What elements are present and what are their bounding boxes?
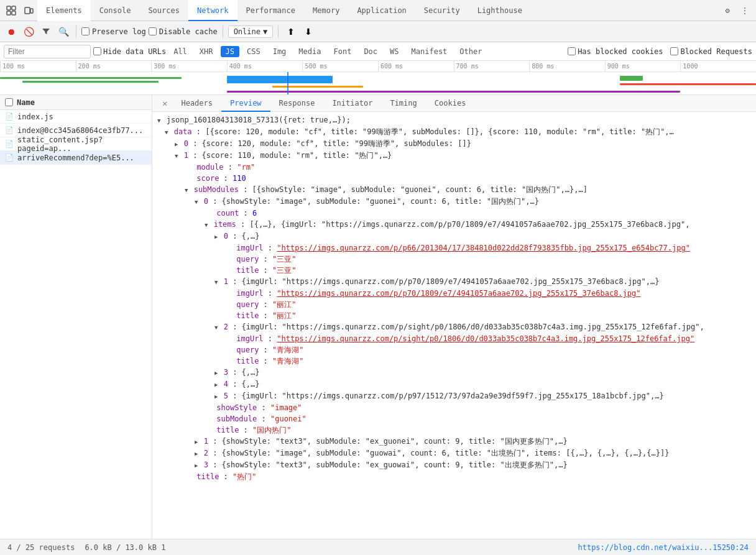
- json-expand-items-0[interactable]: [214, 232, 219, 241]
- json-line-items-2-imgurl: imgUrl : "https://imgs.qunarzz.com/p/sig…: [152, 333, 756, 344]
- filter-tab-font[interactable]: Font: [328, 46, 356, 57]
- tab-performance[interactable]: Performance: [237, 0, 304, 21]
- throttle-label: Online: [234, 27, 260, 36]
- tab-lighthouse[interactable]: Lighthouse: [469, 0, 531, 21]
- json-line-items-0: 0 : {,…}: [152, 231, 756, 242]
- blocked-requests-checkbox[interactable]: [670, 47, 678, 55]
- tab-sources[interactable]: Sources: [139, 0, 188, 21]
- mark-200: 200 ms: [76, 61, 152, 71]
- status-url: https://blog.cdn.net/waixiu...15250:24: [578, 543, 749, 552]
- blocked-requests-label[interactable]: Blocked Requests: [670, 47, 752, 56]
- tab-console[interactable]: Console: [91, 0, 140, 21]
- json-expand-submodules-1[interactable]: [195, 437, 199, 446]
- json-toggle-items[interactable]: [205, 220, 209, 229]
- json-line-items: items : [{,…}, {imgUrl: "https://imgs.qu…: [152, 219, 756, 231]
- filter-tab-all[interactable]: All: [168, 46, 192, 57]
- import-button[interactable]: ⬆: [284, 24, 298, 39]
- json-toggle-root[interactable]: [157, 116, 162, 124]
- json-line-items-3: 3 : {,…}: [152, 367, 756, 378]
- more-icon[interactable]: ⋮: [736, 0, 754, 21]
- filter-icon-button[interactable]: [39, 24, 53, 39]
- preserve-log-checkbox[interactable]: [81, 27, 90, 35]
- mark-800: 800 ms: [529, 61, 605, 71]
- sub-tab-cookies[interactable]: Cookies: [426, 95, 475, 112]
- svg-rect-0: [7, 6, 11, 10]
- disable-cache-label[interactable]: Disable cache: [149, 27, 218, 36]
- file-list: Name 📄 index.js 📄 index@0cc345a68064ce3f…: [0, 95, 152, 539]
- json-line-items-4: 4 : {,…}: [152, 378, 756, 390]
- json-expand-data-0[interactable]: [175, 139, 179, 148]
- json-toggle-data[interactable]: [165, 127, 169, 136]
- sub-tab-timing[interactable]: Timing: [381, 95, 425, 112]
- filter-tab-xhr[interactable]: XHR: [195, 46, 218, 57]
- file-name-1: index@0cc345a68064ce3fb77...: [17, 126, 143, 135]
- filter-tab-ws[interactable]: WS: [385, 46, 403, 57]
- device-icon[interactable]: [20, 0, 37, 21]
- sub-tab-headers[interactable]: Headers: [172, 95, 221, 112]
- tab-security[interactable]: Security: [415, 0, 469, 21]
- filter-tab-manifest[interactable]: Manifest: [407, 46, 453, 57]
- mark-700: 700 ms: [454, 61, 530, 71]
- json-toggle-items-2[interactable]: [214, 323, 219, 331]
- record-button[interactable]: ⏺: [4, 24, 19, 39]
- preserve-log-label[interactable]: Preserve log: [81, 27, 146, 36]
- has-blocked-cookies-checkbox[interactable]: [568, 47, 576, 55]
- settings-icon[interactable]: ⚙: [719, 0, 736, 21]
- sub-tab-initiator[interactable]: Initiator: [323, 95, 381, 112]
- hide-data-urls-checkbox[interactable]: [93, 47, 101, 55]
- json-expand-items-5[interactable]: [214, 392, 219, 400]
- disable-cache-checkbox[interactable]: [149, 27, 157, 35]
- json-line-submodules: subModules : [{showStyle: "image", subMo…: [152, 184, 756, 196]
- filter-tab-css[interactable]: CSS: [242, 46, 265, 57]
- export-button[interactable]: ⬇: [301, 24, 316, 39]
- json-line-showstyle: showStyle : "image": [152, 402, 756, 413]
- sub-tab-response[interactable]: Response: [270, 95, 324, 112]
- wf-bar-green-2: [22, 81, 159, 83]
- disable-cache-text: Disable cache: [159, 27, 218, 36]
- select-all-checkbox[interactable]: [5, 98, 13, 106]
- mark-500: 500 ms: [302, 61, 378, 71]
- filter-tab-doc[interactable]: Doc: [359, 46, 382, 57]
- filter-tab-img[interactable]: Img: [268, 46, 292, 57]
- wf-bar-orange: [272, 86, 363, 88]
- json-expand-items-4[interactable]: [214, 380, 219, 388]
- filter-tab-other[interactable]: Other: [454, 46, 487, 57]
- file-item-2[interactable]: 📄 static_content.jsp?pageid=ap...: [0, 137, 152, 151]
- wf-bar-purple: [227, 91, 681, 93]
- clear-button[interactable]: 🚫: [21, 24, 36, 39]
- hide-data-urls-label[interactable]: Hide data URLs: [93, 47, 166, 56]
- search-button[interactable]: 🔍: [56, 24, 71, 39]
- throttle-chevron: ▼: [263, 27, 267, 36]
- json-toggle-submodules[interactable]: [185, 185, 189, 194]
- blocked-requests-text: Blocked Requests: [680, 47, 752, 56]
- sub-tab-preview[interactable]: Preview: [221, 95, 270, 112]
- json-expand-items-3[interactable]: [214, 368, 219, 377]
- wf-bar-green-1: [0, 77, 182, 79]
- filter-tab-media[interactable]: Media: [293, 46, 326, 57]
- main-panel: Name 📄 index.js 📄 index@0cc345a68064ce3f…: [0, 95, 756, 539]
- json-toggle-submodules-0[interactable]: [195, 197, 199, 206]
- mark-600: 600 ms: [378, 61, 454, 71]
- filter-input[interactable]: [4, 45, 91, 58]
- transfer-size: 6.0 kB / 13.0 kB 1: [85, 543, 165, 552]
- timeline-waterfall: [0, 72, 756, 95]
- preview-panel: ✕ Headers Preview Response Initiator Tim…: [152, 95, 756, 539]
- json-toggle-data-1[interactable]: [175, 151, 179, 160]
- inspect-icon[interactable]: [2, 0, 20, 21]
- json-expand-submodules-2[interactable]: [195, 449, 199, 457]
- tab-elements[interactable]: Elements: [37, 0, 91, 21]
- file-item-0[interactable]: 📄 index.js: [0, 110, 152, 124]
- json-line-items-5: 5 : {imgUrl: "https://imgs.qunarzz.com/p…: [152, 390, 756, 402]
- has-blocked-cookies-label[interactable]: Has blocked cookies: [568, 47, 663, 56]
- tab-memory[interactable]: Memory: [304, 0, 348, 21]
- tab-application[interactable]: Application: [348, 0, 415, 21]
- filter-tab-js[interactable]: JS: [221, 46, 239, 57]
- json-toggle-items-1[interactable]: [214, 277, 219, 286]
- network-toolbar: ⏺ 🚫 🔍 Preserve log Disable cache Online …: [0, 21, 756, 42]
- throttle-select[interactable]: Online ▼: [228, 25, 274, 38]
- sub-tab-close[interactable]: ✕: [157, 95, 172, 112]
- json-line-items-0-title: title : "三亚": [152, 265, 756, 276]
- json-expand-submodules-3[interactable]: [195, 461, 199, 469]
- file-item-3[interactable]: 📄 arriveRecommend?dep=%E5...: [0, 151, 152, 165]
- tab-network[interactable]: Network: [188, 0, 237, 21]
